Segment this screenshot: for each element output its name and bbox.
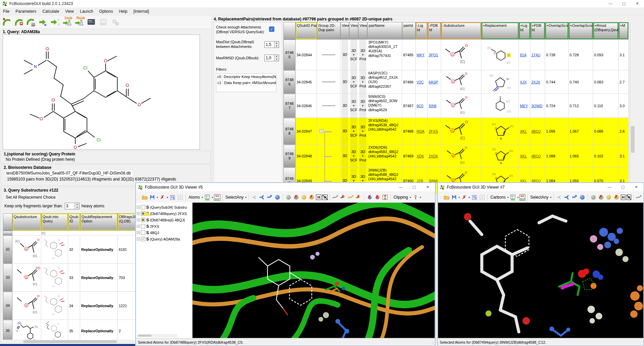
query-structure-canvas[interactable]: N O O O O O O O Cl Cl	[3, 34, 200, 150]
pairs-row-87487[interactable]: 87487 34.02846 3D 3D + SCF 3D + Prot 5IN…	[283, 94, 629, 118]
subs-row-33[interactable]: 33 O {O} {C}	[3, 264, 137, 292]
expand-icon[interactable]: +	[137, 218, 140, 221]
delete-dropdown-caret-icon[interactable]: ▾	[469, 196, 470, 199]
color-caret-icon[interactable]: ▾	[517, 196, 519, 199]
pairs-header-minus-pdbid[interactable]: -PDB Id	[428, 22, 441, 40]
minimize-button[interactable]: —	[604, 0, 617, 7]
scrollbar-thumb[interactable]	[23, 340, 117, 343]
minus-lig-link[interactable]: V2C	[417, 80, 424, 84]
minus-lig-link[interactable]: MKY	[417, 53, 425, 57]
subs-header-qsub-id[interactable]: Qsub ID	[68, 213, 80, 231]
menu-file[interactable]: File	[0, 9, 12, 14]
minus-pdb-link[interactable]: 6ASP	[429, 80, 438, 84]
report-icon[interactable]	[98, 17, 109, 27]
menu-parameters[interactable]: Parameters	[12, 9, 39, 14]
viewer5-object-tree[interactable]: +S(QuerySub34) Substru +S(Db87488query) …	[136, 203, 193, 338]
save-dropdown-caret-icon[interactable]: ▾	[157, 196, 158, 199]
noscf-toggle-icon[interactable]: NOSCF	[214, 194, 220, 201]
save-icon[interactable]	[451, 194, 458, 201]
heavy-atoms-stepper[interactable]: 3 ▲▼	[65, 203, 79, 209]
settings-gears-icon[interactable]	[110, 17, 121, 27]
plus-lig-link[interactable]: 81A	[520, 53, 527, 57]
subs-option-cell[interactable]: ReplaceOptionally	[80, 235, 118, 263]
resize-grip-icon[interactable]: .:	[432, 339, 434, 346]
stepper-arrows-icon[interactable]: ▲▼	[74, 203, 79, 209]
collapse-group-icon[interactable]: −	[320, 129, 323, 133]
generate-fragments-icon[interactable]: ✳✳	[50, 17, 60, 27]
run-nsub-icon[interactable]: Nsub	[74, 17, 85, 27]
view-3d-scf-cell[interactable]: 3D + SCF	[349, 118, 358, 144]
view-3d-cell[interactable]: 3D	[340, 40, 349, 70]
select-mode-icon[interactable]	[177, 194, 183, 201]
expand-icon[interactable]: +	[137, 225, 140, 228]
view-3d-scf-cell[interactable]: 3D + SCF	[349, 40, 358, 70]
surface-hide-icon[interactable]: ✗	[598, 194, 604, 201]
menu-calculate[interactable]: Calculate	[39, 9, 62, 14]
filter-row-c0[interactable]: c0 Descriptor Keep HeavyAtoms(N	[216, 74, 276, 80]
minus-lig-link[interactable]: JZB	[417, 179, 423, 183]
pairs-rowheader[interactable]: 87487	[283, 94, 296, 118]
view-3d-scf-cell[interactable]: 3D + SCF	[349, 145, 358, 167]
subs-row-partial[interactable]: {C}	[12, 231, 137, 235]
viewer7-window[interactable]: FcBioisostere GUI 3D Viewer #7 — ▢ ✕ ⋮ ▾…	[437, 183, 644, 346]
zoom-tool-icon[interactable]	[471, 194, 478, 201]
pairs-header-pairid[interactable]: pairId	[402, 22, 416, 40]
save-dropdown-caret-icon[interactable]: ▾	[459, 196, 460, 199]
view-3d-cell[interactable]: 3D	[340, 145, 349, 167]
pairs-header-plus-pdbid[interactable]: +PDB Id	[530, 22, 545, 40]
plus-lig-link[interactable]: XKL	[520, 179, 527, 183]
menu-internal[interactable]: [Internal]	[130, 9, 152, 14]
maximize-button[interactable]: ▢	[617, 0, 631, 7]
view-3d-prot-cell[interactable]: 3D + Prot	[358, 70, 367, 93]
visibility-checkbox[interactable]	[141, 237, 145, 241]
viewer5-title-bar[interactable]: FcBioisostere GUI 3D Viewer #5 — ▢ ✕	[136, 183, 435, 192]
subs-option-cell[interactable]: ReplaceOptionally	[80, 292, 118, 320]
visibility-checkbox[interactable]	[141, 230, 145, 235]
hydrogens-show-icon[interactable]: H	[316, 195, 321, 200]
subs-rowheader[interactable]: 33	[3, 264, 12, 291]
plus-lig-link[interactable]: XJX	[520, 80, 527, 84]
spacefill-icon[interactable]	[579, 194, 586, 201]
hydrogens-show-icon[interactable]: H	[621, 195, 626, 200]
subs-rowheader[interactable]: 35	[3, 320, 12, 342]
hydrogens-hide-icon[interactable]: H	[627, 195, 631, 200]
ribbon-show-icon[interactable]	[332, 194, 339, 201]
pairs-header-substructure[interactable]: -Substructure	[441, 22, 481, 40]
hetero-hide-icon[interactable]: ✗	[374, 194, 381, 201]
menu-view[interactable]: View	[62, 9, 77, 14]
view-3d-scf-cell[interactable]: 3D + SCF	[349, 94, 358, 118]
delete-dropdown-caret-icon[interactable]: ▾	[167, 196, 168, 199]
open-query-icon[interactable]	[1, 17, 12, 27]
select-any-dropdown[interactable]: SelectAny	[225, 195, 244, 200]
subs-rowheader[interactable]: 34	[3, 292, 12, 320]
pairs-header-replacement[interactable]: +Replacement	[481, 22, 519, 40]
pairs-rowheader[interactable]: 87489	[283, 145, 296, 167]
color-table-icon[interactable]	[204, 194, 211, 201]
pairs-header-minus-ligid[interactable]: -Lig Id	[416, 22, 428, 40]
color-caret-icon[interactable]: ▾	[212, 196, 213, 199]
set-all-replacement-button[interactable]: Set All Replacement Choice	[4, 195, 57, 200]
pairs-header-view2[interactable]: View	[349, 22, 358, 40]
selectany-caret-icon[interactable]: ▾	[245, 196, 247, 199]
group-cell-child[interactable]	[317, 145, 340, 167]
pairs-row-87486[interactable]: 87486 34.02845 3D 3D + SCF 3D + Prot 6AS…	[283, 70, 629, 94]
atoms-dropdown[interactable]: Atoms	[188, 195, 201, 200]
plus-pdb-link[interactable]: 1T4U	[531, 53, 540, 57]
zoom-tool-icon[interactable]	[169, 194, 176, 201]
expand-icon[interactable]: +	[137, 231, 140, 234]
group-cell[interactable]	[317, 70, 340, 93]
title-bar[interactable]: FcBioisostereGUI build 2.0.1.23423 — ▢ ✕	[0, 0, 644, 7]
carbons-caret-icon[interactable]: ▾	[507, 196, 508, 199]
tree-item-db87488repl[interactable]: +S(Db87488repl) 4BQJ(	[137, 217, 192, 223]
minus-pdb-link[interactable]: 3PO1	[429, 53, 438, 57]
open-query-image-icon[interactable]	[13, 17, 24, 27]
selectany-caret-icon[interactable]: ▾	[550, 196, 551, 199]
pairs-header-view3[interactable]: View	[358, 22, 367, 40]
ribbon2-show-icon[interactable]	[347, 194, 354, 201]
plus-lig-link[interactable]: XKL	[520, 129, 527, 133]
sticks-icon[interactable]	[259, 194, 265, 201]
clipping-dropdown[interactable]: Clipping	[393, 195, 409, 200]
view-3d-scf-cell[interactable]: 3D + SCF	[349, 70, 358, 93]
view-3d-prot-cell[interactable]: 3D + Prot	[358, 145, 367, 167]
wireframe-icon[interactable]	[556, 194, 562, 201]
